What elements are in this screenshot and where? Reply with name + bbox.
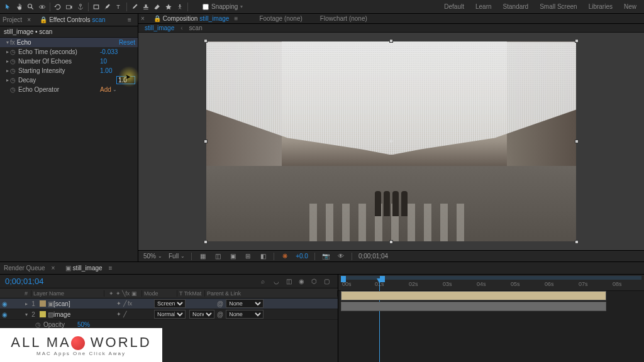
work-area[interactable] — [341, 276, 641, 280]
parent-select[interactable]: None — [226, 299, 264, 308]
transform-handle[interactable] — [389, 240, 393, 244]
project-tab[interactable]: Project — [3, 16, 22, 23]
show-snapshot-icon[interactable]: 👁 — [336, 252, 345, 261]
snapping-checkbox[interactable] — [203, 4, 209, 10]
transform-handle[interactable] — [575, 140, 579, 143]
layer-switches[interactable]: ✦ ╱ — [116, 311, 154, 317]
subtab-active[interactable]: still_image — [145, 25, 174, 31]
viewer[interactable]: ✦ — [138, 33, 644, 250]
fx-badge-icon[interactable]: fx — [10, 39, 15, 46]
subtab[interactable]: scan — [189, 25, 203, 31]
pickwhip-icon[interactable]: @ — [217, 311, 223, 318]
zoom-dropdown[interactable]: 50%⌄ — [143, 253, 162, 260]
rotate-tool-icon[interactable] — [52, 1, 64, 13]
param-value[interactable]: 10 — [100, 58, 135, 65]
zoom-tool-icon[interactable] — [25, 1, 36, 13]
visibility-icon[interactable]: ◉ — [0, 300, 9, 307]
twirl-right-icon[interactable]: ▸ — [6, 77, 9, 83]
close-icon[interactable]: × — [141, 15, 148, 22]
param-input[interactable] — [116, 76, 135, 84]
label-color[interactable] — [40, 300, 46, 307]
layer-bar[interactable] — [341, 302, 606, 311]
visibility-icon[interactable]: ◉ — [0, 311, 9, 318]
blend-mode-select[interactable]: Screen — [154, 299, 186, 308]
label-color[interactable] — [40, 311, 46, 317]
effect-header[interactable]: ▾ fx Echo Reset — [0, 38, 138, 47]
transform-handle[interactable] — [204, 140, 208, 143]
transform-handle[interactable] — [204, 39, 208, 43]
timecode-display[interactable]: 0;00;01;04 — [358, 253, 388, 260]
layer-row[interactable]: ◉ ▸ 1 ▣ [scan] ✦ ╱ fx Screen @None — [0, 299, 338, 309]
composition-tab[interactable]: 🔒 Composition still_image — [153, 15, 229, 22]
mask-icon[interactable]: ◫ — [213, 252, 222, 261]
exposure-value[interactable]: +0.0 — [296, 253, 308, 260]
stopwatch-icon[interactable]: ◷ — [10, 58, 16, 65]
orbit-tool-icon[interactable] — [36, 1, 48, 13]
layer-name[interactable]: image — [53, 311, 116, 318]
ws-tab[interactable]: Learn — [475, 3, 492, 10]
effect-controls-tab[interactable]: 🔒 Effect Controls scan — [40, 16, 106, 23]
puppet-tool-icon[interactable] — [174, 1, 186, 13]
snapping-toggle[interactable]: Snapping ▾ — [203, 3, 243, 10]
draft3d-icon[interactable]: ▢ — [324, 278, 333, 285]
twirl-right-icon[interactable]: ▸ — [6, 68, 9, 74]
stopwatch-icon[interactable]: ◷ — [10, 68, 16, 74]
close-icon[interactable]: × — [27, 16, 35, 23]
property-value[interactable]: 50% — [77, 321, 90, 328]
twirl-right-icon[interactable]: ▸ — [6, 49, 9, 55]
roi-icon[interactable]: ▣ — [228, 252, 237, 261]
stopwatch-icon[interactable]: ◷ — [35, 322, 42, 328]
grid-icon[interactable]: ⊞ — [243, 252, 252, 261]
close-icon[interactable]: × — [52, 265, 59, 272]
layer-name[interactable]: [scan] — [53, 300, 116, 307]
anchor-tool-icon[interactable] — [75, 1, 86, 13]
layer-bar[interactable] — [341, 291, 606, 300]
footage-tab[interactable]: Footage (none) — [259, 15, 302, 22]
ws-tab[interactable]: Default — [444, 3, 464, 10]
param-value[interactable]: 1.00 — [100, 67, 135, 74]
transform-handle[interactable] — [389, 39, 393, 43]
ws-tab[interactable]: New — [624, 3, 636, 10]
rect-tool-icon[interactable] — [91, 1, 102, 13]
stamp-tool-icon[interactable] — [140, 1, 152, 13]
ws-tab[interactable]: Small Screen — [540, 3, 577, 10]
panel-menu-icon[interactable]: ≡ — [109, 265, 116, 272]
selection-tool-icon[interactable] — [3, 1, 14, 13]
twirl-down-icon[interactable]: ▾ — [6, 40, 9, 45]
stopwatch-icon[interactable]: ◷ — [10, 49, 16, 55]
timeline-tracks[interactable]: 00s 01s 02s 03s 04s 05s 06s 07s 08s — [338, 275, 644, 362]
transform-handle[interactable] — [575, 39, 579, 43]
render-queue-tab[interactable]: Render Queue — [4, 265, 45, 272]
layer-switches[interactable]: ✦ ╱ fx — [116, 300, 154, 307]
twirl-right-icon[interactable]: ▸ — [6, 58, 9, 64]
param-value[interactable]: -0.033 — [100, 48, 135, 55]
text-tool-icon[interactable]: T — [113, 1, 125, 13]
camera-tool-icon[interactable] — [64, 1, 75, 13]
trkmat-select[interactable]: None — [189, 310, 214, 319]
twirl-right-icon[interactable]: ▸ — [25, 301, 28, 307]
time-ruler[interactable]: 00s 01s 02s 03s 04s 05s 06s 07s 08s — [338, 275, 644, 291]
layer-row[interactable]: ◉ ▾ 2 ▧ image ✦ ╱ Normal None @None — [0, 309, 338, 320]
shy-icon[interactable]: ◡ — [274, 278, 282, 285]
ws-tab[interactable]: Standard — [503, 3, 529, 10]
reset-button[interactable]: Reset — [119, 39, 135, 46]
search-icon[interactable]: ⌕ — [261, 278, 270, 285]
eraser-tool-icon[interactable] — [152, 1, 163, 13]
timeline-comp-tab[interactable]: ▣ still_image — [65, 265, 103, 272]
stopwatch-icon[interactable]: ◷ — [10, 87, 16, 93]
transform-handle[interactable] — [575, 240, 579, 244]
graph-icon[interactable]: ⬡ — [311, 278, 320, 285]
pen-tool-icon[interactable] — [102, 1, 113, 13]
ws-tab[interactable]: Libraries — [589, 3, 613, 10]
transform-handle[interactable] — [204, 240, 208, 244]
flowchart-tab[interactable]: Flowchart (none) — [320, 15, 367, 22]
panel-menu-icon[interactable]: ≡ — [234, 15, 242, 22]
twirl-down-icon[interactable]: ▾ — [25, 312, 28, 317]
frame-blend-icon[interactable]: ◫ — [286, 278, 295, 285]
transparency-grid-icon[interactable]: ▦ — [198, 252, 207, 261]
composition-canvas[interactable]: ✦ — [206, 41, 576, 241]
blend-mode-select[interactable]: Normal — [154, 310, 186, 319]
motion-blur-icon[interactable]: ◉ — [299, 278, 308, 285]
param-dropdown[interactable]: Add ⌄ — [100, 86, 135, 93]
color-mgmt-icon[interactable]: ❋ — [280, 252, 289, 261]
